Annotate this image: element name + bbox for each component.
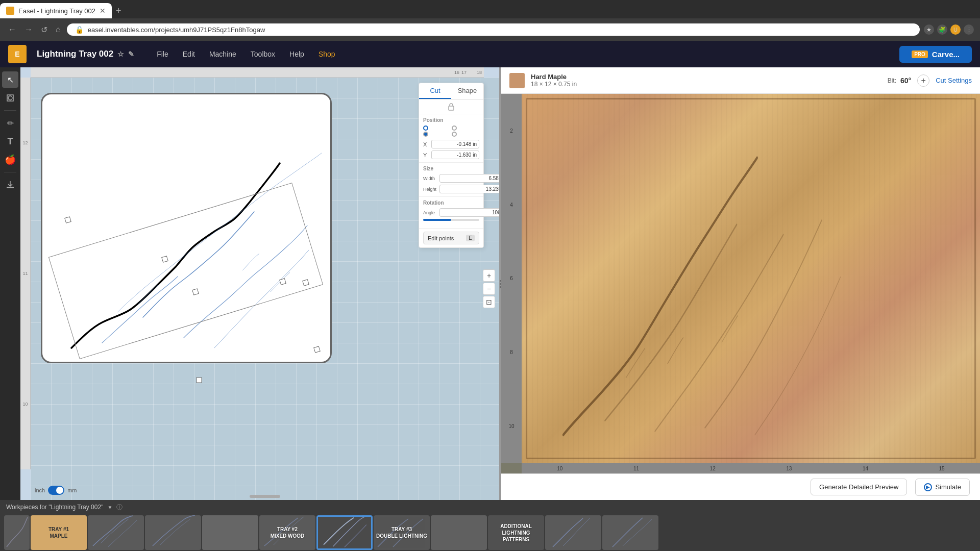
workpiece-item-tray2[interactable]: TRAY #2MIXED WOOD — [259, 515, 315, 550]
shape-tool-btn[interactable] — [2, 90, 18, 106]
profile-icon[interactable]: U — [950, 24, 961, 35]
tool-divider-1 — [4, 110, 16, 111]
import-tool-btn[interactable] — [2, 177, 18, 193]
add-bit-btn[interactable]: + — [917, 74, 929, 87]
menu-machine[interactable]: Machine — [203, 47, 242, 61]
app: E Lightning Tray 002 ☆ ✎ File Edit Machi… — [0, 41, 980, 551]
tab-shape[interactable]: Shape — [451, 83, 483, 99]
text-tool-btn[interactable]: T — [2, 133, 18, 149]
menu-shop[interactable]: Shop — [312, 47, 341, 61]
workpieces-info-icon[interactable]: ⓘ — [116, 503, 122, 512]
image-tool-btn[interactable]: 🍎 — [2, 152, 18, 168]
carve-button[interactable]: PRO Carve... — [899, 46, 972, 63]
radio-br[interactable] — [452, 132, 457, 137]
workpiece-item-active[interactable] — [316, 515, 373, 550]
radio-tl[interactable] — [423, 126, 428, 131]
wood-board — [522, 94, 980, 463]
app-logo: E — [8, 45, 27, 63]
workpiece-item-empty2[interactable] — [431, 515, 487, 550]
extensions-icon[interactable]: 🧩 — [937, 24, 947, 35]
unit-toggle[interactable] — [48, 486, 64, 495]
active-tab[interactable]: Easel - Lightning Tray 002 ✕ — [0, 3, 112, 18]
workpiece-item-branch2[interactable] — [145, 515, 201, 550]
ruler-left: 12 11 10 — [20, 78, 31, 469]
address-bar[interactable]: 🔒 easel.inventables.com/projects/umh9J71… — [67, 23, 920, 36]
radio-tr[interactable] — [452, 126, 457, 131]
scroll-thumb[interactable] — [250, 495, 280, 498]
width-row: Width 🔗 — [423, 174, 479, 183]
workpiece-item-additional[interactable]: ADDITIONALLIGHTNINGPATTERNS — [488, 515, 544, 550]
tab-bar: Easel - Lightning Tray 002 ✕ + — [0, 0, 980, 18]
workpiece-item-branch4[interactable] — [602, 515, 658, 550]
menu-edit[interactable]: Edit — [177, 47, 201, 61]
menu-file[interactable]: File — [151, 47, 175, 61]
gen-preview-btn[interactable]: Generate Detailed Preview — [811, 479, 907, 495]
svg-rect-4 — [7, 187, 14, 188]
logo-icon: E — [11, 48, 23, 60]
bit-value: 60° — [900, 77, 911, 85]
workpieces-bar: Workpieces for "Lightning Tray 002" ▼ ⓘ … — [0, 500, 980, 551]
new-tab-btn[interactable]: + — [116, 6, 121, 16]
wp-label-additional: ADDITIONALLIGHTNINGPATTERNS — [488, 515, 544, 550]
simulate-btn[interactable]: ▶ Simulate — [915, 479, 970, 496]
material-swatch — [509, 73, 525, 88]
zoom-controls: + − ⊡ — [483, 269, 495, 308]
radio-bl[interactable] — [423, 132, 428, 137]
preview-top-bar: Hard Maple 18 × 12 × 0.75 in Bit: 60° + … — [501, 67, 980, 94]
tab-favicon — [6, 7, 14, 15]
workpiece-item-tray1[interactable]: TRAY #1MAPLE — [31, 515, 87, 550]
workpieces-dropdown-icon[interactable]: ▼ — [107, 505, 112, 510]
nav-icons-group: ★ 🧩 U ⋮ — [924, 24, 974, 35]
workpiece-item-branch3[interactable] — [545, 515, 601, 550]
app-header: E Lightning Tray 002 ☆ ✎ File Edit Machi… — [0, 41, 980, 67]
bookmark-icon[interactable]: ★ — [924, 24, 934, 35]
size-section: Size Width 🔗 Height — [419, 163, 483, 196]
workpiece-item-branch1[interactable] — [88, 515, 144, 550]
workpiece-item-tray3[interactable]: TRAY #3DOUBLE LIGHTNING — [374, 515, 430, 550]
preview-ruler-bottom: 10 11 12 13 14 15 — [522, 463, 980, 473]
angle-input[interactable] — [439, 208, 499, 217]
size-label: Size — [423, 166, 479, 171]
position-radios — [423, 126, 479, 137]
svg-text:E: E — [15, 50, 19, 58]
edit-points-btn[interactable]: Edit points E — [423, 232, 479, 244]
tab-title: Easel - Lightning Tray 002 — [18, 7, 95, 15]
simulate-label: Simulate — [935, 483, 961, 491]
canvas-area[interactable]: 16 17 18 12 11 10 — [20, 67, 499, 500]
home-btn[interactable]: ⌂ — [54, 23, 63, 36]
preview-area: Hard Maple 18 × 12 × 0.75 in Bit: 60° + … — [501, 67, 980, 500]
browser-chrome: Easel - Lightning Tray 002 ✕ + ← → ↺ ⌂ 🔒… — [0, 0, 980, 41]
y-input[interactable] — [431, 151, 479, 159]
position-label: Position — [423, 117, 479, 123]
workpieces-header: Workpieces for "Lightning Tray 002" ▼ ⓘ — [0, 500, 980, 514]
rotation-slider-track — [423, 219, 479, 221]
pen-tool-btn[interactable]: ✏ — [2, 115, 18, 131]
wp-bg — [431, 515, 487, 550]
tool-divider-2 — [4, 172, 16, 172]
forward-btn[interactable]: → — [22, 23, 35, 36]
workpiece-item-partial[interactable] — [4, 515, 30, 550]
workpiece-item-empty1[interactable] — [202, 515, 258, 550]
wp-preview-svg — [602, 515, 658, 550]
height-input[interactable] — [439, 185, 499, 193]
menu-icon[interactable]: ⋮ — [964, 24, 974, 35]
tab-cut[interactable]: Cut — [419, 83, 451, 99]
edit-points-label: Edit points — [428, 235, 454, 241]
menu-toolbox[interactable]: Toolbox — [244, 47, 281, 61]
zoom-fit-btn[interactable]: ⊡ — [483, 296, 495, 308]
title-star-icon[interactable]: ☆ — [117, 50, 124, 58]
cut-settings-btn[interactable]: Cut Settings — [936, 77, 972, 84]
refresh-btn[interactable]: ↺ — [39, 23, 50, 37]
width-input[interactable] — [439, 174, 499, 183]
select-tool-btn[interactable]: ↖ — [2, 71, 18, 88]
zoom-in-btn[interactable]: + — [483, 269, 495, 282]
tab-close-btn[interactable]: ✕ — [100, 7, 106, 15]
back-btn[interactable]: ← — [6, 23, 18, 36]
lightning-drawing — [41, 93, 332, 363]
title-edit-icon[interactable]: ✎ — [128, 50, 134, 58]
x-input[interactable] — [431, 140, 479, 148]
zoom-out-btn[interactable]: − — [483, 283, 495, 295]
angle-row: Angle — [423, 208, 479, 217]
bit-info: Bit: 60° — [888, 77, 912, 85]
menu-help[interactable]: Help — [283, 47, 310, 61]
